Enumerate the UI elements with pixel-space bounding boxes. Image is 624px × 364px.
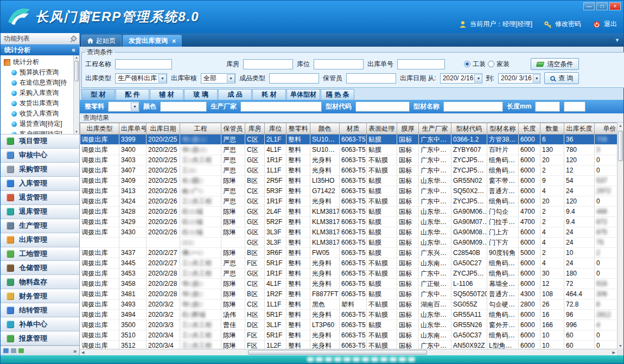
document-tab[interactable]: 发货出库查询×: [123, 35, 182, 47]
horizontal-scroll-thumb[interactable]: [248, 350, 427, 355]
logout-link[interactable]: 退出: [604, 20, 617, 29]
radio-jiazhuang[interactable]: [488, 61, 494, 67]
material-tab[interactable]: 型 材: [81, 89, 115, 100]
column-header[interactable]: 出库单号: [119, 123, 147, 135]
table-row[interactable]: 调拨出库34092020/2/25长□园□陈琳B区2R5F整料LI35HO606…: [80, 176, 624, 186]
column-header[interactable]: 整零料: [286, 123, 310, 135]
footer-panel-icon-3[interactable]: [18, 348, 24, 353]
product-type-input[interactable]: [269, 73, 319, 84]
table-row[interactable]: 调拨出库34452020/2/27工□共工程严思F区5R1F整料光身料6063-…: [80, 258, 624, 269]
table-row[interactable]: 调拨出库34242020/2/26工□共工程严思G区1R1F整料光身料6063-…: [80, 196, 624, 207]
minimize-button[interactable]: —: [583, 2, 595, 10]
pin-icon[interactable]: [71, 35, 77, 41]
radio-jiazhuang-label[interactable]: 家装: [496, 60, 510, 69]
tree-item[interactable]: 在途信息查询[待: [1, 78, 79, 88]
material-tab[interactable]: 隔 热 条: [321, 89, 354, 100]
column-header[interactable]: 型材代码: [451, 123, 487, 135]
sidebar-menu-item[interactable]: 退货管理: [1, 191, 79, 205]
length-max-input[interactable]: [564, 101, 585, 112]
sidebar-menu-item[interactable]: 报废管理: [1, 331, 79, 346]
material-tab[interactable]: 辅 材: [150, 89, 183, 100]
column-header[interactable]: 库位: [265, 123, 286, 135]
column-header[interactable]: 膜厚: [397, 123, 419, 135]
sidebar-menu-item[interactable]: 退库管理: [1, 205, 79, 219]
table-row[interactable]: 调拨出库34942020/3/2石□辉城汤伟H区5R1F整料光身料6063-T5…: [80, 310, 624, 320]
column-header[interactable]: 长度: [519, 123, 540, 135]
vertical-scrollbar[interactable]: ▲ ▼: [617, 123, 623, 349]
length-min-input[interactable]: [535, 101, 560, 112]
column-header[interactable]: 型材名称: [487, 123, 519, 135]
section-header-statistics[interactable]: 统计分析 «: [1, 44, 79, 55]
clear-conditions-button[interactable]: 清空条件: [531, 58, 579, 70]
tree-scroll-down-icon[interactable]: ▼: [75, 130, 78, 133]
scroll-up-icon[interactable]: ▲: [619, 124, 622, 127]
color-input[interactable]: [160, 101, 207, 112]
radio-gongzhuang[interactable]: [464, 61, 470, 67]
column-header[interactable]: 颜色: [310, 123, 340, 135]
tree-item[interactable]: 采购入库查询: [1, 88, 79, 98]
sidebar-menu-item[interactable]: 采购管理: [1, 163, 79, 177]
sidebar-menu-item[interactable]: 出库管理: [1, 233, 79, 247]
table-row[interactable]: 调拨出库34372020/2/27佛□一□陈琳B区3R6F整料FW056063-…: [80, 248, 624, 258]
date-to-select[interactable]: 2020/ 3/16 ▼: [498, 73, 540, 84]
scroll-right-icon[interactable]: ▶: [613, 350, 615, 355]
order-no-input[interactable]: [397, 59, 445, 69]
column-header[interactable]: 出库日期: [147, 123, 180, 135]
query-button[interactable]: 查 询: [544, 72, 579, 84]
tree-scroll-thumb[interactable]: [74, 61, 79, 81]
sidebar-menu-item[interactable]: 仓储管理: [1, 261, 79, 275]
column-header[interactable]: 出库类型: [80, 123, 119, 135]
collapse-icon[interactable]: «: [72, 46, 75, 54]
tree-item[interactable]: 收货入库查询: [1, 108, 79, 119]
footer-panel-icon-1[interactable]: [3, 348, 9, 353]
column-header[interactable]: 库房: [245, 123, 265, 135]
table-row[interactable]: 调拨出库34812020/2/28华□原□陈琳B区1R2F整料F8877FT60…: [80, 289, 624, 299]
material-tab[interactable]: 单体型材: [286, 89, 320, 100]
column-header[interactable]: 材质: [340, 123, 367, 135]
horizontal-scrollbar[interactable]: ◀ ▶: [80, 349, 617, 355]
column-header[interactable]: 出库长度: [564, 123, 595, 135]
sidebar-menu-item[interactable]: 审核中心: [1, 149, 79, 163]
change-password-link[interactable]: 修改密码: [555, 20, 581, 29]
table-row[interactable]: 调拨出库34072020/2/25工□□严思G区1L1F整料光身料6063-T5…: [80, 165, 624, 176]
sidebar-menu-item[interactable]: 结转管理: [1, 303, 79, 317]
tree-scroll-up-icon[interactable]: ▲: [75, 56, 78, 59]
vertical-scroll-thumb[interactable]: [618, 131, 623, 161]
column-header[interactable]: 数量: [540, 123, 564, 135]
footer-panel-icon-2[interactable]: [11, 348, 16, 353]
table-row[interactable]: 调拨出库34002020/2/25华□原□□严思C区4L1F整料SU10…606…: [80, 145, 624, 155]
sidebar-menu-item[interactable]: 工地管理: [1, 247, 79, 261]
radio-gongzhuang-label[interactable]: 工装: [473, 60, 486, 69]
table-row[interactable]: 调拨出库34582020/2/28华□原□陈琳C区4L1F整料光身料6063-T…: [80, 279, 624, 289]
manufacturer-input[interactable]: [240, 101, 322, 112]
profile-code-input[interactable]: [355, 101, 410, 112]
location-input[interactable]: [314, 59, 364, 69]
tree-item[interactable]: 发货出库查询: [1, 98, 79, 108]
table-row[interactable]: 调拨出库34532020/2/28工□共工程严思G区1R1F整料光身料6063-…: [80, 269, 624, 279]
material-tab[interactable]: 配 件: [116, 89, 149, 100]
table-row[interactable]: 调拨出库34032020/2/25工□共工程严思G区1R1F整料光身料6063-…: [80, 155, 624, 165]
table-row[interactable]: 调拨出库34302020/2/26石□□城陈琳G区3L3F整料KLM381760…: [80, 227, 624, 238]
maximize-button[interactable]: □: [596, 2, 608, 10]
tree-item[interactable]: 预算执行查询: [1, 67, 79, 78]
scroll-left-icon[interactable]: ◀: [81, 350, 84, 355]
sidebar-menu-item[interactable]: 入库管理: [1, 177, 79, 191]
column-header[interactable]: 生产厂家: [419, 123, 451, 135]
table-row[interactable]: □□□G区3L3F整料KLM38176063-T5贴膜国标山东华…GA90M09…: [80, 238, 624, 248]
table-row[interactable]: 调拨出库34292020/2/26石□□城陈琳G区5R2F整料KLM381760…: [80, 217, 624, 227]
tree-item[interactable]: 客户管理[待定]: [1, 129, 79, 135]
sidebar-menu-item[interactable]: 生产管理: [1, 219, 79, 233]
material-tab[interactable]: 成 品: [218, 89, 252, 100]
column-header[interactable]: 工程: [180, 123, 221, 135]
scroll-down-icon[interactable]: ▼: [619, 344, 622, 348]
sidebar-menu-item[interactable]: 项目管理: [1, 135, 79, 149]
whole-material-select[interactable]: 全部 ▼: [108, 101, 139, 112]
table-row[interactable]: 调拨出库34282020/2/26石□□城陈琳G区2L4F整料KLM381760…: [80, 207, 624, 217]
footer-expand-icon[interactable]: »: [73, 348, 77, 354]
table-row[interactable]: 调拨出库34932020/3/2华□原□陈琳C区1L1F整料黑色塑料不贴膜国标湖…: [80, 299, 624, 310]
profile-name-input[interactable]: [443, 101, 503, 112]
tab-close-icon[interactable]: ×: [172, 39, 176, 44]
date-from-select[interactable]: 2020/ 2/16 ▼: [440, 73, 482, 84]
column-header[interactable]: 表面处理: [367, 123, 397, 135]
material-tab[interactable]: 玻 璃: [184, 89, 218, 100]
